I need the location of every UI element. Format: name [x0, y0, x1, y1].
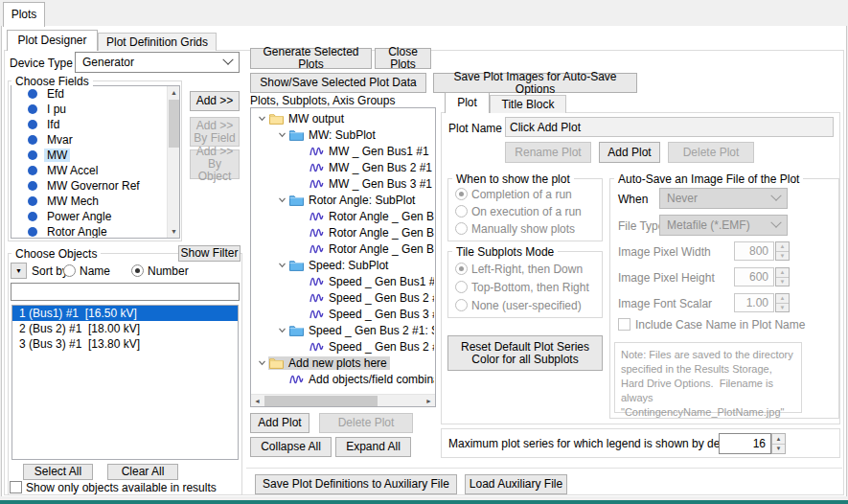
- save-aux-file-button[interactable]: Save Plot Definitions to Auxiliary File: [255, 474, 457, 494]
- object-item[interactable]: 1 (Bus1) #1 [16.50 kV]: [12, 306, 238, 321]
- plots-tree[interactable]: MW outputMW: SubPlotMW _ Gen Bus1 #1MW _…: [250, 107, 436, 407]
- object-filter-input[interactable]: [11, 283, 240, 301]
- close-plots-button[interactable]: Close Plots: [375, 48, 431, 69]
- show-filter-button[interactable]: Show Filter: [178, 245, 241, 262]
- fields-scrollbar[interactable]: ▲ ▼: [167, 86, 179, 238]
- tab-plot-designer[interactable]: Plot Designer: [7, 30, 98, 51]
- device-type-combo[interactable]: Generator: [75, 52, 240, 73]
- tree-item[interactable]: MW output: [252, 110, 434, 126]
- clear-all-button[interactable]: Clear All: [107, 464, 178, 480]
- add-by-object-button[interactable]: Add >> By Object: [190, 149, 240, 179]
- tree-item[interactable]: Add new plots here: [252, 355, 434, 371]
- tree-item[interactable]: Rotor Angle _ Gen Bus 3 #1: [252, 241, 434, 257]
- tab-plots[interactable]: Plots: [3, 2, 45, 27]
- spin-down-icon[interactable]: ▼: [776, 304, 789, 312]
- generate-selected-plots-button[interactable]: Generate Selected Plots: [250, 48, 372, 69]
- add-plot-button[interactable]: Add Plot: [599, 142, 660, 163]
- add-by-field-button[interactable]: Add >> By Field: [190, 117, 240, 147]
- tree-item[interactable]: Rotor Angle: SubPlot: [252, 192, 434, 208]
- spin-up-icon[interactable]: ▲: [772, 434, 785, 445]
- spin-up-icon[interactable]: ▲: [776, 294, 789, 304]
- tree-item[interactable]: Speed _ Gen Bus 2 #1: [252, 289, 434, 306]
- object-item[interactable]: 2 (Bus 2) #1 [18.00 kV]: [12, 321, 238, 336]
- expand-chevron-icon[interactable]: [275, 326, 288, 334]
- legend-max-value[interactable]: 16: [719, 433, 771, 454]
- tree-item[interactable]: Speed _ Gen Bus1 #1: [252, 273, 434, 289]
- left-right-radio[interactable]: [455, 263, 468, 275]
- select-all-button[interactable]: Select All: [23, 464, 93, 480]
- image-pixel-height-spinner[interactable]: ▲▼: [775, 267, 790, 286]
- field-item[interactable]: MW Governor Ref: [11, 178, 179, 194]
- tree-item[interactable]: MW _ Gen Bus 2 #1: [252, 159, 434, 175]
- on-execution-radio[interactable]: [455, 205, 468, 218]
- tree-item[interactable]: Add objects/field combinations here: [252, 371, 434, 387]
- spin-down-icon[interactable]: ▼: [776, 252, 789, 261]
- tree-add-plot-button[interactable]: Add Plot: [250, 413, 309, 433]
- sort-number-radio[interactable]: [131, 264, 144, 277]
- file-type-combo[interactable]: Metafile (*.EMF): [659, 215, 788, 236]
- tab-title-block[interactable]: Title Block: [490, 95, 566, 113]
- tree-item[interactable]: Speed: SubPlot: [252, 257, 434, 273]
- scrollbar-right-icon[interactable]: ►: [423, 395, 435, 407]
- scrollbar-up-icon[interactable]: ▲: [168, 86, 180, 99]
- tree-item[interactable]: MW _ Gen Bus1 #1: [252, 143, 434, 159]
- load-aux-file-button[interactable]: Load Auxiliary File: [465, 474, 567, 494]
- collapse-all-button[interactable]: Collapse All: [250, 437, 332, 457]
- spin-down-icon[interactable]: ▼: [772, 445, 785, 454]
- tab-plot-definition-grids[interactable]: Plot Definition Grids: [98, 33, 217, 51]
- choose-fields-list[interactable]: ▲ ▼ EfdI puIfdMvarMWMW AccelMW Governor …: [11, 85, 180, 239]
- field-item[interactable]: Rotor Angle: [11, 224, 179, 239]
- sort-dropdown-button[interactable]: ▼: [11, 263, 27, 279]
- top-bottom-radio[interactable]: [455, 281, 468, 293]
- expand-chevron-icon[interactable]: [255, 114, 268, 123]
- rename-plot-button[interactable]: Rename Plot: [505, 142, 591, 163]
- field-item[interactable]: Efd: [11, 86, 179, 102]
- spin-up-icon[interactable]: ▲: [776, 268, 789, 278]
- field-item[interactable]: MW Accel: [11, 163, 179, 178]
- field-item[interactable]: Power Angle: [11, 209, 179, 224]
- scrollbar-left-icon[interactable]: ◄: [251, 395, 264, 407]
- expand-chevron-icon[interactable]: [275, 130, 288, 139]
- sort-name-radio[interactable]: [63, 264, 76, 277]
- include-case-name-checkbox[interactable]: [618, 318, 630, 331]
- plot-name-input[interactable]: [505, 117, 834, 137]
- none-user-radio[interactable]: [455, 299, 468, 311]
- autosave-when-combo[interactable]: Never: [659, 188, 788, 209]
- tree-item[interactable]: Speed _ Gen Bus 2 #1: [252, 338, 434, 355]
- add-button[interactable]: Add >>: [190, 91, 240, 111]
- tree-item[interactable]: MW: SubPlot: [252, 126, 434, 143]
- image-pixel-width-spinner[interactable]: ▲▼: [775, 241, 790, 261]
- field-item[interactable]: MW Mech: [11, 194, 179, 209]
- expand-all-button[interactable]: Expand All: [335, 437, 411, 457]
- tree-item[interactable]: Rotor Angle _ Gen Bus 2 #1: [252, 224, 434, 241]
- show-save-plot-data-button[interactable]: Show/Save Selected Plot Data: [250, 73, 426, 93]
- field-item[interactable]: Mvar: [11, 132, 179, 148]
- image-font-scalar-spinner[interactable]: ▲▼: [775, 293, 790, 312]
- tree-item[interactable]: Rotor Angle _ Gen Bus1 #1: [252, 208, 434, 224]
- field-item[interactable]: Ifd: [11, 117, 179, 132]
- field-item[interactable]: I pu: [11, 102, 179, 117]
- expand-chevron-icon[interactable]: [275, 195, 288, 204]
- tree-hscrollbar[interactable]: ◄ ►: [251, 394, 435, 406]
- delete-plot-button[interactable]: Delete Plot: [668, 142, 754, 163]
- expand-chevron-icon[interactable]: [275, 261, 288, 269]
- image-pixel-width-value[interactable]: 800: [734, 241, 774, 261]
- scrollbar-thumb[interactable]: [264, 396, 378, 406]
- save-plot-images-button[interactable]: Save Plot Images for Auto-Save Options: [433, 73, 637, 93]
- legend-max-spinner[interactable]: ▲▼: [771, 433, 786, 454]
- scrollbar-down-icon[interactable]: ▼: [168, 225, 180, 238]
- image-pixel-height-value[interactable]: 600: [734, 267, 774, 286]
- show-only-objects-checkbox[interactable]: [10, 481, 22, 493]
- manually-show-radio[interactable]: [455, 222, 468, 235]
- spin-down-icon[interactable]: ▼: [776, 278, 789, 286]
- tab-plot[interactable]: Plot: [445, 92, 490, 113]
- object-item[interactable]: 3 (Bus 3) #1 [13.80 kV]: [12, 336, 238, 352]
- scrollbar-thumb[interactable]: [169, 100, 179, 148]
- tree-item[interactable]: Speed _ Gen Bus 3 #1: [252, 306, 434, 322]
- tree-delete-plot-button[interactable]: Delete Plot: [319, 413, 413, 433]
- tree-item[interactable]: Speed _ Gen Bus 2 #1: SubPlot: [252, 322, 434, 338]
- tree-item[interactable]: MW _ Gen Bus 3 #1: [252, 175, 434, 192]
- expand-chevron-icon[interactable]: [255, 358, 268, 367]
- field-item[interactable]: MW: [11, 148, 179, 163]
- reset-plot-series-color-button[interactable]: Reset Default Plot Series Color for all …: [447, 335, 603, 371]
